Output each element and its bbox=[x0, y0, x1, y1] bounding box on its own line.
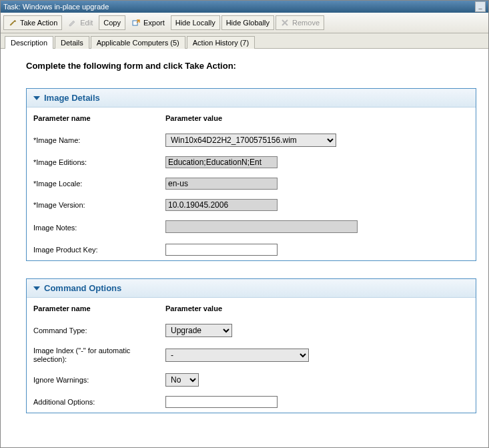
tab-details[interactable]: Details bbox=[55, 36, 89, 49]
command-options-section: Command Options Parameter name Parameter… bbox=[26, 278, 476, 413]
image-editions-label: *Image Editions: bbox=[33, 158, 165, 166]
export-button[interactable]: Export bbox=[127, 15, 169, 30]
remove-x-icon bbox=[280, 18, 290, 27]
copy-label: Copy bbox=[103, 19, 121, 27]
command-type-select[interactable]: Upgrade bbox=[165, 324, 232, 337]
minimize-button[interactable]: _ bbox=[475, 1, 486, 12]
image-index-select[interactable]: - bbox=[165, 349, 309, 362]
tab-description[interactable]: Description bbox=[5, 36, 53, 49]
window-title: Task: Windows in-place upgrade bbox=[3, 3, 109, 11]
image-details-section: Image Details Parameter name Parameter v… bbox=[26, 88, 476, 261]
col-header-name: Parameter name bbox=[33, 114, 165, 122]
image-key-input[interactable] bbox=[165, 244, 278, 256]
tab-applicable-computers[interactable]: Applicable Computers (5) bbox=[91, 36, 185, 49]
content-area: Complete the following form and click Ta… bbox=[1, 49, 488, 447]
copy-button[interactable]: Copy bbox=[99, 15, 125, 30]
take-action-label: Take Action bbox=[20, 19, 57, 27]
image-name-label: *Image Name: bbox=[33, 136, 165, 144]
additional-options-label: Additional Options: bbox=[33, 398, 165, 406]
image-version-label: *Image Version: bbox=[33, 201, 165, 209]
tab-description-label: Description bbox=[11, 39, 47, 47]
tab-applicable-label: Applicable Computers (5) bbox=[97, 39, 179, 47]
additional-options-input[interactable] bbox=[165, 396, 278, 408]
image-key-label: Image Product Key: bbox=[33, 246, 165, 254]
tab-history-label: Action History (7) bbox=[193, 39, 249, 47]
command-options-title: Command Options bbox=[44, 283, 121, 293]
hide-locally-button[interactable]: Hide Locally bbox=[171, 15, 220, 30]
remove-label: Remove bbox=[292, 19, 320, 27]
image-notes-value bbox=[165, 220, 358, 233]
command-options-header[interactable]: Command Options bbox=[27, 279, 476, 298]
toolbar: Take Action Edit Copy Export Hide Locall… bbox=[1, 13, 488, 33]
take-action-button[interactable]: Take Action bbox=[3, 15, 62, 30]
col-header-value: Parameter value bbox=[165, 114, 469, 122]
image-editions-value: Education;EducationN;Ent bbox=[165, 156, 278, 168]
instruction-text: Complete the following form and click Ta… bbox=[26, 61, 476, 71]
hide-locally-label: Hide Locally bbox=[175, 19, 215, 27]
image-version-value: 10.0.19045.2006 bbox=[165, 199, 278, 211]
command-type-label: Command Type: bbox=[33, 326, 165, 334]
image-locale-value: en-us bbox=[165, 178, 278, 190]
image-name-select[interactable]: Win10x64D22H2_1700575156.wim bbox=[165, 134, 336, 147]
task-window: Task: Windows in-place upgrade _ Take Ac… bbox=[0, 0, 489, 448]
tab-action-history[interactable]: Action History (7) bbox=[187, 36, 255, 49]
col-header-value: Parameter value bbox=[165, 304, 469, 312]
tab-details-label: Details bbox=[61, 39, 83, 47]
svg-rect-0 bbox=[133, 21, 137, 25]
image-locale-label: *Image Locale: bbox=[33, 180, 165, 188]
collapse-triangle-icon bbox=[33, 286, 40, 290]
edit-button[interactable]: Edit bbox=[63, 15, 97, 30]
edit-label: Edit bbox=[80, 19, 93, 27]
image-index-label: Image Index ("-" for automatic selection… bbox=[33, 347, 165, 364]
image-details-body: Parameter name Parameter value *Image Na… bbox=[27, 107, 476, 260]
hide-globally-label: Hide Globally bbox=[226, 19, 270, 27]
image-notes-label: Image Notes: bbox=[33, 224, 165, 232]
hide-globally-button[interactable]: Hide Globally bbox=[221, 15, 274, 30]
export-label: Export bbox=[143, 19, 165, 27]
export-icon bbox=[131, 18, 141, 27]
titlebar: Task: Windows in-place upgrade _ bbox=[1, 1, 488, 13]
image-details-title: Image Details bbox=[44, 93, 100, 103]
pencil-icon bbox=[68, 18, 77, 27]
ignore-warnings-select[interactable]: No bbox=[165, 373, 199, 387]
command-options-body: Parameter name Parameter value Command T… bbox=[27, 298, 476, 413]
collapse-triangle-icon bbox=[33, 96, 40, 100]
tabstrip: Description Details Applicable Computers… bbox=[1, 33, 488, 49]
wrench-icon bbox=[8, 18, 17, 27]
remove-button[interactable]: Remove bbox=[276, 15, 324, 30]
image-details-header[interactable]: Image Details bbox=[27, 89, 476, 107]
col-header-name: Parameter name bbox=[33, 304, 165, 312]
ignore-warnings-label: Ignore Warnings: bbox=[33, 376, 165, 384]
